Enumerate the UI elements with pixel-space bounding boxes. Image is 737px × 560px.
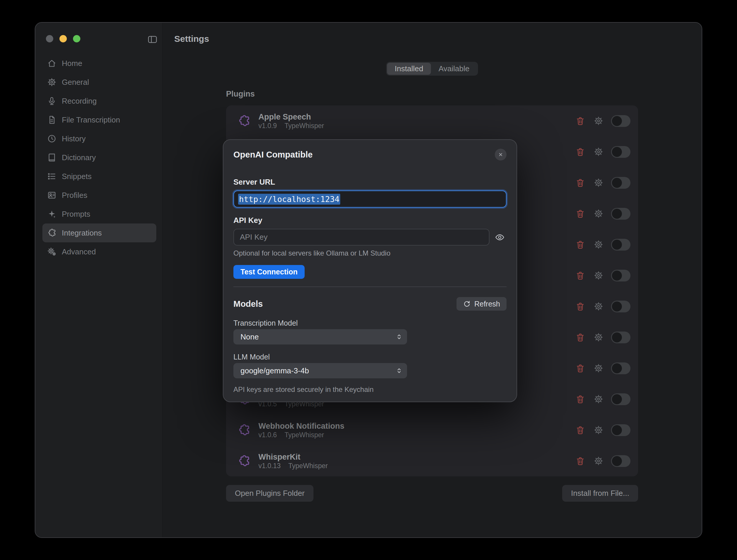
tab-installed[interactable]: Installed [387,63,431,75]
plugin-enabled-toggle[interactable] [611,239,630,251]
sidebar-item-integrations[interactable]: Integrations [42,223,156,242]
toggle-sidebar-icon[interactable] [147,34,158,46]
delete-plugin-button[interactable] [574,115,586,127]
gear-icon [594,209,603,218]
plugin-version: v1.0.13 [259,462,281,470]
plugin-enabled-toggle[interactable] [611,455,630,467]
delete-plugin-button[interactable] [574,363,586,374]
test-connection-button[interactable]: Test Connection [234,265,305,279]
plugin-settings-button[interactable] [593,363,604,374]
plugin-settings-button[interactable] [593,177,604,188]
divider [234,286,506,287]
plugin-enabled-toggle[interactable] [611,177,630,189]
plugin-actions [574,455,630,467]
delete-plugin-button[interactable] [574,301,586,312]
delete-plugin-button[interactable] [574,394,586,405]
plugin-enabled-toggle[interactable] [611,424,630,436]
sidebar-item-profiles[interactable]: Profiles [42,186,156,205]
plugin-enabled-toggle[interactable] [611,393,630,405]
plugin-enabled-toggle[interactable] [611,301,630,312]
plugin-actions [574,332,630,343]
plugin-settings-button[interactable] [593,332,604,343]
sidebar-item-label: Profiles [62,191,87,200]
plugin-enabled-toggle[interactable] [611,146,630,158]
api-key-input[interactable] [234,229,489,246]
sidebar: Home General Recording File Transcriptio… [35,23,163,537]
toggle-knob [612,271,622,281]
server-url-input[interactable]: http://localhost:1234 [234,190,506,208]
plugin-settings-button[interactable] [593,270,604,281]
gear-icon [594,178,603,188]
sidebar-item-snippets[interactable]: Snippets [42,167,156,186]
tab-available[interactable]: Available [431,63,477,75]
plugin-settings-button[interactable] [593,394,604,405]
plugin-actions [574,362,630,374]
reveal-api-key-button[interactable] [493,231,506,244]
trash-icon [575,240,585,249]
sidebar-item-label: File Transcription [62,115,120,125]
gear-icon [594,271,603,280]
plugin-settings-button[interactable] [593,239,604,250]
delete-plugin-button[interactable] [574,270,586,281]
mic-icon [47,96,57,106]
sidebar-item-label: Prompts [62,210,90,219]
gear-icon [47,77,57,87]
plugin-settings-button[interactable] [593,115,604,127]
install-from-file-button[interactable]: Install from File... [562,485,638,502]
sidebar-item-advanced[interactable]: Advanced [42,242,156,261]
delete-plugin-button[interactable] [574,332,586,343]
plugin-actions [574,239,630,251]
plugin-enabled-toggle[interactable] [611,270,630,281]
window-close-button[interactable] [46,35,53,42]
window-minimize-button[interactable] [59,35,67,42]
delete-plugin-button[interactable] [574,239,586,250]
open-plugins-folder-button[interactable]: Open Plugins Folder [226,485,314,502]
plugin-settings-button[interactable] [593,455,604,467]
sidebar-item-dictionary[interactable]: Dictionary [42,148,156,167]
plugin-enabled-toggle[interactable] [611,208,630,220]
transcription-model-select[interactable]: None [234,329,407,344]
toggle-knob [612,456,622,466]
refresh-models-button[interactable]: Refresh [456,297,506,311]
plugin-enabled-toggle[interactable] [611,332,630,343]
traffic-lights [46,35,80,42]
close-dialog-button[interactable] [495,149,506,160]
sidebar-item-prompts[interactable]: Prompts [42,205,156,223]
delete-plugin-button[interactable] [574,425,586,436]
snippets-icon [47,172,57,181]
profiles-icon [47,190,57,200]
plugin-actions [574,177,630,189]
window-zoom-button[interactable] [73,35,80,42]
home-icon [47,59,57,68]
delete-plugin-button[interactable] [574,177,586,188]
toggle-knob [612,147,622,157]
api-key-row [234,229,506,246]
toggle-knob [612,209,622,219]
sidebar-item-general[interactable]: General [42,73,156,92]
plugin-puzzle-icon [237,423,251,437]
plugin-version: v1.0.9 [259,122,277,130]
toggle-knob [612,425,622,435]
plugin-enabled-toggle[interactable] [611,115,630,127]
sidebar-item-history[interactable]: History [42,129,156,148]
sidebar-item-home[interactable]: Home [42,54,156,73]
gear-icon [594,147,603,157]
sidebar-item-label: General [62,78,89,87]
plugin-enabled-toggle[interactable] [611,362,630,374]
plugin-settings-button[interactable] [593,208,604,219]
plugin-row: Webhook Notifications v1.0.6 TypeWhisper [226,415,638,445]
sidebar-item-label: Recording [62,97,97,106]
plugin-settings-button[interactable] [593,146,604,158]
plugin-actions [574,115,630,127]
sidebar-item-file-transcription[interactable]: File Transcription [42,110,156,129]
sidebar-item-recording[interactable]: Recording [42,92,156,110]
trash-icon [575,456,585,466]
delete-plugin-button[interactable] [574,455,586,467]
sidebar-item-label: Integrations [62,228,102,238]
delete-plugin-button[interactable] [574,146,586,158]
llm-model-select[interactable]: google/gemma-3-4b [234,363,407,378]
plugin-settings-button[interactable] [593,301,604,312]
delete-plugin-button[interactable] [574,208,586,219]
installed-available-tabs: Installed Available [386,62,478,76]
plugin-settings-button[interactable] [593,425,604,436]
